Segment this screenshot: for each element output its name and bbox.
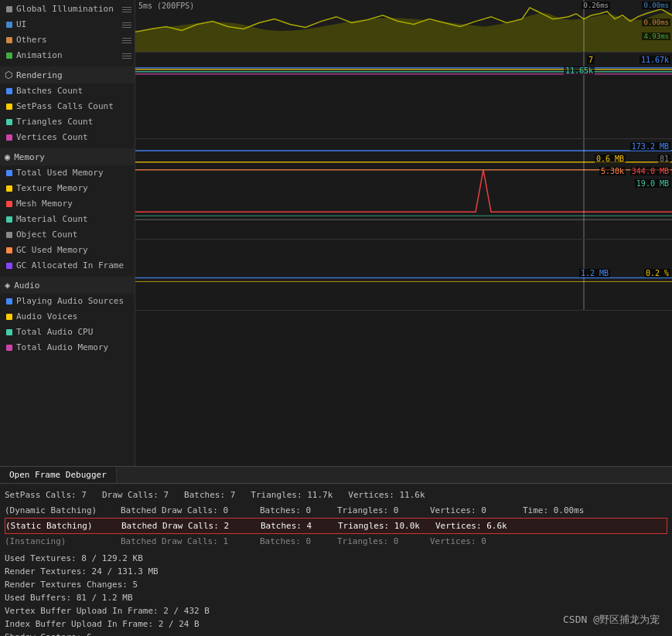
header-batches: Batches: 7 [184,488,235,502]
sidebar-item-global-illumination[interactable]: Global Illumination [0,2,135,17]
sidebar-item-label: Batches Count [16,85,83,97]
menu-lines [122,38,131,43]
row-batched: Batched Draw Calls: 1 [121,535,244,548]
color-dot [6,263,12,269]
tab-open-frame-debugger[interactable]: Open Frame Debugger [0,467,117,483]
sidebar-item-label-others: Others [16,34,47,46]
sidebar-item-total-audio-memory[interactable]: Total Audio Memory [0,340,135,355]
menu-lines [122,7,131,12]
color-dot [6,88,12,94]
memory-chart-svg [135,139,672,239]
profiler-area: Global Illumination UI Others Animation [0,0,672,466]
sidebar-item-gc-allocated[interactable]: GC Allocated In Frame [0,258,135,274]
sidebar-item-vertices-count[interactable]: Vertices Count [0,130,135,145]
color-dot [6,22,12,28]
color-dot [6,170,12,176]
sidebar-item-label: Texture Memory [16,182,88,195]
sidebar-item-setpass-count[interactable]: SetPass Calls Count [0,99,135,114]
audio-label-2: 0.2 % [644,269,670,277]
sidebar-item-animation[interactable]: Animation [0,48,135,63]
sidebar-item-total-audio-cpu[interactable]: Total Audio CPU [0,325,135,340]
category-memory[interactable]: ◉ Memory [0,148,135,165]
stats-row-static: (Static Batching) Batched Draw Calls: 2 … [5,518,667,534]
sidebar-item-total-used-memory[interactable]: Total Used Memory [0,165,135,181]
sidebar-item-label: Global Illumination [16,3,114,15]
row-batches: Batches: 4 [261,519,322,532]
color-dot [6,247,12,253]
color-dot [6,53,12,59]
rendering-label-3: 11.65k [564,66,595,75]
color-dot [6,314,12,320]
sidebar: Global Illumination UI Others Animation [0,0,135,466]
color-dot [6,6,12,12]
memory-label-4: 5.30k [599,167,626,175]
audio-icon: ◈ [5,280,10,291]
sidebar-item-others[interactable]: Others [0,32,135,48]
memory-icon: ◉ [5,151,10,162]
color-dot [6,298,12,304]
row-vertices: Vertices: 0 [430,535,507,548]
sidebar-item-label: UI [16,19,26,31]
rendering-label-1: 7 [587,56,595,64]
rendering-chart-svg [135,53,672,138]
row-time: Time: 0.00ms [523,504,584,517]
row-batches: Batches: 0 [260,504,322,517]
row-label: (Dynamic Batching) [5,504,105,517]
row-label: (Static Batching) [5,519,106,532]
detail-line-1: Used Textures: 8 / 129.2 KB [5,552,667,565]
bottom-section: Open Frame Debugger SetPass Calls: 7 Dra… [0,466,672,636]
sidebar-item-mesh-memory[interactable]: Mesh Memory [0,196,135,212]
sidebar-item-object-count[interactable]: Object Count [0,227,135,243]
audio-chart: 1.2 MB 0.2 % [135,240,672,311]
color-dot [6,37,12,43]
sidebar-item-audio-voices[interactable]: Audio Voices [0,309,135,325]
sidebar-item-label: Object Count [16,229,77,241]
row-batched: Batched Draw Calls: 2 [121,519,245,532]
rendering-section: ⬡ Rendering Batches Count SetPass Calls … [0,66,135,145]
sidebar-item-label: GC Used Memory [16,244,88,257]
header-setpass: SetPass Calls: 7 [5,488,87,502]
category-memory-label: Memory [14,152,45,162]
menu-lines [122,22,131,28]
color-dot [6,232,12,238]
sidebar-item-label: GC Allocated In Frame [16,260,124,272]
memory-label-5: 344.0 MB [630,167,670,175]
stats-row-dynamic: (Dynamic Batching) Batched Draw Calls: 0… [5,503,667,518]
category-rendering-label: Rendering [16,70,63,80]
sidebar-item-label: Vertices Count [16,131,88,144]
sidebar-item-material-count[interactable]: Material Count [0,212,135,227]
category-audio-label: Audio [14,281,39,291]
sidebar-item-texture-memory[interactable]: Texture Memory [0,181,135,196]
sidebar-item-batches-count[interactable]: Batches Count [0,83,135,99]
stats-row-instancing: (Instancing) Batched Draw Calls: 1 Batch… [5,534,667,549]
sidebar-item-gc-used-memory[interactable]: GC Used Memory [0,243,135,258]
sidebar-item-label: Animation [16,49,63,62]
category-rendering[interactable]: ⬡ Rendering [0,66,135,83]
memory-label-2: 0.6 MB [595,155,626,163]
row-vertices: Vertices: 0 [430,504,507,517]
sidebar-item-label: Total Audio CPU [16,326,93,338]
sidebar-item-label: Material Count [16,213,88,226]
category-audio[interactable]: ◈ Audio [0,277,135,294]
sidebar-item-triangles-count[interactable]: Triangles Count [0,114,135,130]
color-dot [6,119,12,125]
sidebar-item-playing-audio[interactable]: Playing Audio Sources [0,294,135,309]
bottom-tabs: Open Frame Debugger [0,467,672,484]
color-dot [6,216,12,223]
detail-line-7: Shadow Casters: 6 [5,631,667,636]
memory-section: ◉ Memory Total Used Memory Texture Memor… [0,148,135,274]
row-vertices: Vertices: 6.6k [435,519,513,532]
audio-label-1: 1.2 MB [579,269,610,277]
header-draw: Draw Calls: 7 [102,488,169,502]
sidebar-item-label: Playing Audio Sources [16,295,124,308]
header-vertices: Vertices: 11.6k [348,488,425,502]
cpu-label-3: 0.00ms [642,19,670,26]
color-dot [6,345,12,351]
cpu-label-4: 4.93ms [642,32,670,40]
audio-section: ◈ Audio Playing Audio Sources Audio Voic… [0,277,135,355]
sidebar-item-label: Mesh Memory [16,198,73,210]
cpu-label-1: 0.26ms [582,2,610,9]
sidebar-item-ui[interactable]: UI [0,17,135,32]
detail-line-2: Render Textures: 24 / 131.3 MB [5,565,667,578]
sidebar-item-label: Audio Voices [16,311,77,323]
